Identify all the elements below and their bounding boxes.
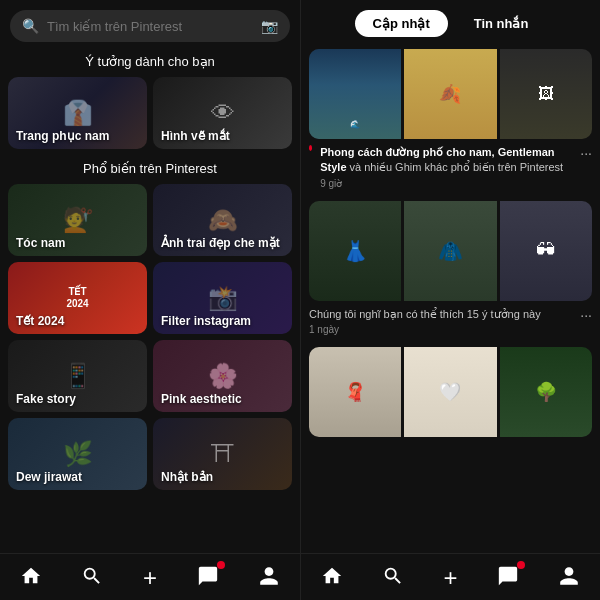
trend-face[interactable]: 🙈 Ảnh trai đẹp che mặt xyxy=(153,184,292,256)
idea-clothing-label: Trang phục nam xyxy=(16,129,109,143)
trend-tet[interactable]: TẾT2024 Tết 2024 xyxy=(8,262,147,334)
search-bar[interactable]: 🔍 📷 xyxy=(10,10,290,42)
trend-pink[interactable]: 🌸 Pink aesthetic xyxy=(153,340,292,412)
idea-eyes[interactable]: 👁 Hình vẽ mắt xyxy=(153,77,292,149)
trend-japan[interactable]: ⛩ Nhật bản xyxy=(153,418,292,490)
notif1-dot xyxy=(309,145,312,151)
nav-messages-right[interactable] xyxy=(497,565,519,592)
trending-grid: 💇 Tóc nam 🙈 Ảnh trai đẹp che mặt TẾT2024… xyxy=(0,184,300,490)
trend-hair-label: Tóc nam xyxy=(16,236,65,250)
trend-fake[interactable]: 📱 Fake story xyxy=(8,340,147,412)
right-bottom-nav: + xyxy=(301,553,600,600)
camera-icon[interactable]: 📷 xyxy=(261,18,278,34)
left-panel: 🔍 📷 Ý tưởng dành cho bạn 👔 Trang phục na… xyxy=(0,0,300,600)
tab-update[interactable]: Cập nhật xyxy=(355,10,448,37)
trend-face-label: Ảnh trai đẹp che mặt xyxy=(161,236,280,250)
section1-title: Ý tưởng dành cho bạn xyxy=(0,54,300,69)
trend-dew-label: Dew jirawat xyxy=(16,470,82,484)
notif1-img2: 🍂 xyxy=(404,49,496,139)
idea-clothing[interactable]: 👔 Trang phục nam xyxy=(8,77,147,149)
notif-card-3: 🧣 🤍 🌳 xyxy=(309,347,592,437)
messages-badge xyxy=(217,561,225,569)
notif2-img3: 🕶 xyxy=(500,201,592,301)
trend-filter[interactable]: 📸 Filter instagram xyxy=(153,262,292,334)
notif2-img1: 👗 xyxy=(309,201,401,301)
nav-profile-left[interactable] xyxy=(258,565,280,592)
notif1-images: 🌊 🍂 🖼 xyxy=(309,49,592,139)
notif1-text: Phong cách đường phố cho nam, Gentleman … xyxy=(320,145,576,176)
nav-add-left[interactable]: + xyxy=(143,564,157,592)
ideas-grid: 👔 Trang phục nam 👁 Hình vẽ mắt xyxy=(0,77,300,149)
nav-search-right[interactable] xyxy=(382,565,404,592)
notif2-row: Chúng tôi nghĩ bạn có thể thích 15 ý tưở… xyxy=(309,307,592,335)
nav-profile-right[interactable] xyxy=(558,565,580,592)
right-panel: Cập nhật Tin nhắn 🌊 🍂 🖼 xyxy=(300,0,600,600)
trend-dew[interactable]: 🌿 Dew jirawat xyxy=(8,418,147,490)
section2-title: Phổ biến trên Pinterest xyxy=(0,161,300,176)
notif1-img3: 🖼 xyxy=(500,49,592,139)
notif3-images: 🧣 🤍 🌳 xyxy=(309,347,592,437)
search-input[interactable] xyxy=(47,19,253,34)
idea-eyes-label: Hình vẽ mắt xyxy=(161,129,230,143)
notif3-img3: 🌳 xyxy=(500,347,592,437)
right-messages-badge xyxy=(517,561,525,569)
notif-card-1: 🌊 🍂 🖼 Phong cách đường phố cho nam, Gent… xyxy=(309,49,592,189)
trend-filter-label: Filter instagram xyxy=(161,314,251,328)
notif2-text: Chúng tôi nghĩ bạn có thể thích 15 ý tưở… xyxy=(309,307,541,322)
trend-fake-label: Fake story xyxy=(16,392,76,406)
trend-hair[interactable]: 💇 Tóc nam xyxy=(8,184,147,256)
notifications-area: 🌊 🍂 🖼 Phong cách đường phố cho nam, Gent… xyxy=(301,45,600,553)
notif1-img1: 🌊 xyxy=(309,49,401,139)
notif2-more[interactable]: ··· xyxy=(580,307,592,323)
trend-pink-label: Pink aesthetic xyxy=(161,392,242,406)
notif3-img2: 🤍 xyxy=(404,347,496,437)
notif2-time: 1 ngày xyxy=(309,324,541,335)
left-bottom-nav: + xyxy=(0,553,300,600)
nav-search-left[interactable] xyxy=(81,565,103,592)
nav-home-right[interactable] xyxy=(321,565,343,592)
notif-card-2: 👗 🧥 🕶 Chúng tôi nghĩ bạn có thể thích 15… xyxy=(309,201,592,335)
notif1-row: Phong cách đường phố cho nam, Gentleman … xyxy=(309,145,592,189)
search-icon: 🔍 xyxy=(22,18,39,34)
notif3-img1: 🧣 xyxy=(309,347,401,437)
right-header: Cập nhật Tin nhắn xyxy=(301,0,600,45)
notif1-more[interactable]: ··· xyxy=(580,145,592,161)
nav-add-right[interactable]: + xyxy=(443,564,457,592)
notif1-time: 9 giờ xyxy=(320,178,576,189)
tab-messages[interactable]: Tin nhắn xyxy=(456,10,547,37)
trend-tet-label: Tết 2024 xyxy=(16,314,64,328)
nav-messages-left[interactable] xyxy=(197,565,219,592)
nav-home-left[interactable] xyxy=(20,565,42,592)
notif2-images: 👗 🧥 🕶 xyxy=(309,201,592,301)
trend-japan-label: Nhật bản xyxy=(161,470,213,484)
notif2-img2: 🧥 xyxy=(404,201,496,301)
